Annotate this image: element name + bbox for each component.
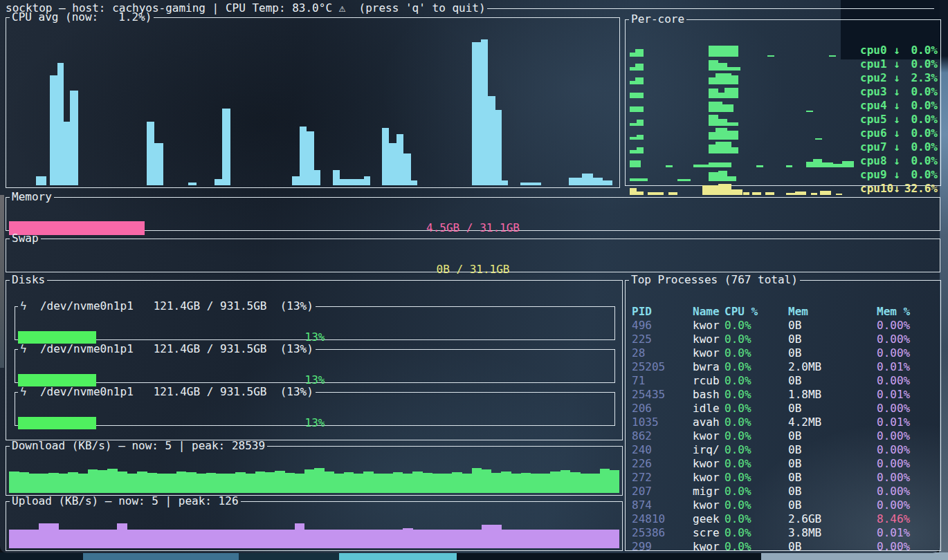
spark-bar	[693, 165, 709, 167]
wallpaper-segment	[239, 552, 339, 560]
core-label: cpu8 ↓0.0%	[860, 154, 938, 168]
wallpaper-segment	[339, 552, 457, 560]
cpu-avg-bar	[188, 183, 196, 185]
cpu-avg-bar	[382, 128, 390, 185]
process-cell: 0B	[788, 374, 877, 388]
spark-bar	[731, 75, 738, 84]
process-cell: 0.0%	[724, 498, 788, 512]
disk-panel: ϟ /dev/nvme0n1p1 121.4GB / 931.5GB (13%)…	[15, 386, 615, 426]
spark-bar	[709, 88, 718, 98]
core-name: cpu3 ↓	[860, 85, 902, 99]
cpu-avg-bar	[292, 176, 300, 185]
download-bar	[117, 472, 127, 493]
process-cell: 496	[632, 319, 693, 333]
download-bar	[19, 472, 29, 493]
spark-bar	[666, 165, 673, 167]
core-value: 2.3%	[902, 71, 938, 85]
core-name: cpu6 ↓	[860, 127, 902, 140]
spark-bar	[709, 102, 722, 112]
download-bar	[127, 474, 138, 493]
core-sparkline	[630, 72, 856, 84]
cpu-avg-bar	[389, 143, 396, 185]
download-bar	[570, 472, 581, 493]
cpu-avg-bar	[215, 179, 222, 185]
upload-bar	[68, 530, 78, 548]
download-bar	[540, 474, 551, 493]
core-label: cpu6 ↓0.0%	[860, 127, 938, 140]
download-bar	[334, 474, 344, 493]
process-cell: 0.01%	[877, 526, 938, 540]
upload-bar	[570, 530, 581, 548]
spark-bar	[815, 138, 822, 140]
process-cell: 0.01%	[877, 388, 938, 402]
process-cell: 0B	[788, 319, 877, 333]
download-bar	[403, 474, 413, 493]
cpu-avg-bar	[154, 143, 163, 185]
spark-bar	[630, 178, 648, 182]
process-cell: 0B	[788, 540, 877, 554]
per-core-row: cpu9 ↓0.0%	[630, 168, 938, 182]
process-cell: kwor	[693, 471, 724, 485]
core-value: 0.0%	[902, 99, 938, 113]
upload-bar	[550, 530, 560, 548]
upload-bar	[590, 530, 600, 548]
spark-bar	[630, 81, 635, 84]
core-label: cpu4 ↓0.0%	[860, 99, 938, 113]
upload-bar	[373, 530, 383, 548]
process-cell: idle	[693, 402, 724, 416]
spark-bar	[635, 49, 643, 57]
core-value: 0.0%	[902, 127, 938, 140]
core-value: 0.0%	[902, 140, 938, 154]
upload-bar	[137, 530, 147, 548]
download-bar	[452, 472, 462, 493]
spark-bar	[630, 160, 641, 167]
process-cell: bash	[693, 388, 724, 402]
per-core-row: cpu1 ↓0.0%	[630, 57, 938, 71]
upload-bar	[432, 530, 443, 548]
process-cell: 3.8MB	[788, 526, 877, 540]
disk-panel: ϟ /dev/nvme0n1p1 121.4GB / 931.5GB (13%)…	[15, 300, 615, 340]
upload-bar	[344, 530, 354, 548]
download-bar	[550, 472, 560, 493]
spark-bar	[630, 67, 635, 71]
spark-bar	[715, 128, 727, 140]
spark-bar	[715, 73, 731, 84]
process-cell: 25435	[632, 388, 693, 402]
cpu-avg-panel: CPU avg (now: 1.2%)	[6, 11, 620, 188]
process-cell: 0.00%	[877, 429, 938, 443]
upload-bar	[98, 530, 108, 548]
cpu-avg-bar	[147, 122, 154, 185]
disks-title: Disks	[10, 274, 47, 286]
spark-bar	[637, 147, 644, 153]
upload-bar	[88, 530, 98, 548]
process-cell: 28	[632, 346, 693, 360]
process-cell: 24810	[632, 512, 693, 526]
process-cell: 0B	[788, 429, 877, 443]
download-bar	[422, 473, 432, 493]
process-row: 25205bwra0.0%2.0MB0.01%	[632, 360, 938, 374]
core-name: cpu5 ↓	[860, 113, 902, 127]
spark-bar	[786, 165, 793, 167]
spark-bar	[709, 46, 738, 57]
per-core-row: cpu3 ↓0.0%	[630, 85, 938, 99]
core-label: cpu9 ↓0.0%	[860, 168, 938, 182]
upload-bar	[226, 530, 236, 548]
process-row: 1035avah0.0%4.2MB0.01%	[632, 416, 938, 429]
upload-bar	[383, 530, 394, 548]
process-cell: 206	[632, 402, 693, 416]
upload-bar	[9, 530, 19, 548]
core-name: cpu9 ↓	[860, 168, 902, 182]
process-row: 299kwor0.0%0B0.00%	[632, 540, 938, 554]
cpu-avg-bar	[396, 134, 404, 185]
per-core-panel: Per-core cpu0 ↓0.0%cpu1 ↓0.0%cpu2 ↓2.3%c…	[625, 13, 941, 186]
download-bar	[472, 468, 482, 493]
per-core-row: cpu4 ↓0.0%	[630, 99, 938, 113]
process-cell: bwra	[693, 360, 724, 374]
upload-bar	[462, 530, 472, 548]
process-cell: 0.0%	[724, 429, 788, 443]
process-cell: 226	[632, 457, 693, 471]
process-cell: 0.00%	[877, 402, 938, 416]
upload-bar	[511, 530, 522, 548]
process-cell: 0.0%	[724, 471, 788, 485]
upload-bar	[284, 530, 295, 548]
